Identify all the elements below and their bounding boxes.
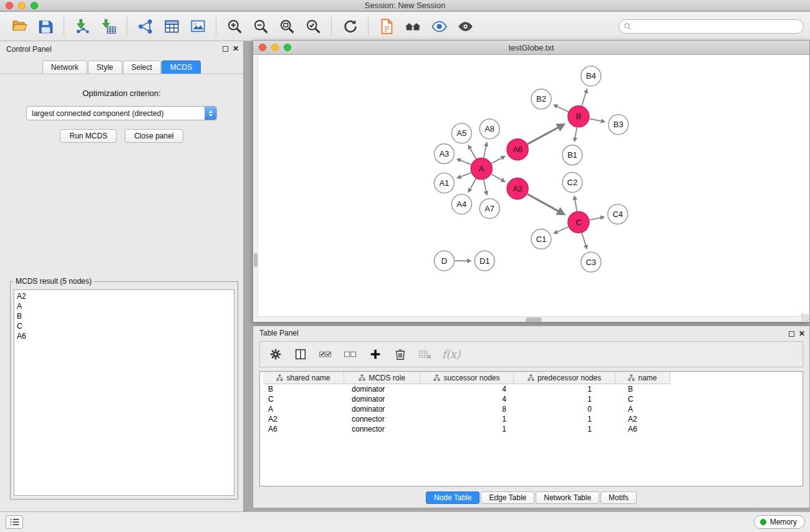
network-node-C4[interactable]: C4 <box>608 204 628 224</box>
close-panel-button[interactable]: Close panel <box>125 129 183 143</box>
table-cell: 8 <box>420 405 514 414</box>
network-node-B1[interactable]: B1 <box>562 145 582 165</box>
mcds-result-list[interactable]: A2ABCA6 <box>14 289 234 496</box>
edge-B-B3 <box>589 118 604 122</box>
network-node-B[interactable]: B <box>568 106 589 127</box>
vertical-scroll-thumb[interactable] <box>254 253 258 267</box>
columns-button[interactable] <box>290 344 311 365</box>
zoom-fit-button[interactable] <box>274 14 300 38</box>
column-header-shared-name[interactable]: shared name <box>263 372 344 384</box>
clear-table-button[interactable] <box>415 344 436 365</box>
table-row[interactable]: Bdominator41B <box>263 384 803 394</box>
optimization-criterion-dropdown[interactable]: largest connected component (directed) <box>26 106 217 120</box>
edge-A-A8 <box>484 143 487 158</box>
eye-button[interactable] <box>452 14 478 38</box>
table-row[interactable]: Cdominator41C <box>263 394 803 404</box>
mcds-result-item: C <box>17 321 231 331</box>
table-cell: 0 <box>514 405 615 414</box>
resize-grip-icon[interactable] <box>801 314 809 321</box>
select-all-button[interactable] <box>315 344 336 365</box>
search-box[interactable] <box>619 19 804 34</box>
tab-edge-table[interactable]: Edge Table <box>481 491 534 504</box>
table-row[interactable]: A2connector11A2 <box>263 414 803 424</box>
search-input[interactable] <box>632 22 803 31</box>
import-network-icon <box>74 18 91 35</box>
save-session-button[interactable] <box>32 14 59 38</box>
table-row[interactable]: A6connector11A6 <box>263 424 803 434</box>
table-float-panel-icon[interactable] <box>789 331 794 337</box>
network-node-A4[interactable]: A4 <box>451 194 471 214</box>
home-button[interactable] <box>400 14 426 38</box>
tab-select[interactable]: Select <box>123 60 161 74</box>
import-network-button[interactable] <box>69 14 95 38</box>
delete-row-button[interactable] <box>390 344 411 365</box>
save-session-icon <box>37 18 54 35</box>
svg-text:A: A <box>479 164 485 173</box>
new-network-button[interactable] <box>132 14 158 38</box>
network-node-D1[interactable]: D1 <box>475 251 494 271</box>
memory-button[interactable]: Memory <box>754 515 805 529</box>
tab-motifs[interactable]: Motifs <box>600 491 637 504</box>
task-history-button[interactable] <box>6 515 23 529</box>
network-node-A3[interactable]: A3 <box>434 144 454 164</box>
network-node-A1[interactable]: A1 <box>434 173 454 193</box>
network-canvas[interactable]: B4B2BB3A5A8A6B1A3AA1C2A2A4A7C4CC1C3DD1 <box>253 56 809 316</box>
tab-node-table[interactable]: Node Table <box>426 491 480 504</box>
network-window-titlebar[interactable]: testGlobe.txt <box>253 41 809 55</box>
import-table-button[interactable] <box>95 14 122 38</box>
network-node-B2[interactable]: B2 <box>531 89 551 109</box>
document-button[interactable] <box>374 14 400 38</box>
style-preview-button[interactable] <box>426 14 452 38</box>
column-header-predecessor-nodes[interactable]: predecessor nodes <box>514 372 615 384</box>
zoom-out-button[interactable] <box>248 14 274 38</box>
network-node-D[interactable]: D <box>434 251 454 271</box>
network-vertical-scrollbar[interactable] <box>253 56 258 316</box>
close-panel-icon[interactable]: ✕ <box>233 44 239 53</box>
column-header-name[interactable]: name <box>615 372 670 384</box>
table-panel: Table Panel ✕ f(x) shared nameMCDS roles… <box>253 326 810 508</box>
network-horizontal-scrollbar[interactable] <box>253 316 809 322</box>
table-row[interactable]: Adominator80A <box>263 404 803 414</box>
tab-network-table[interactable]: Network Table <box>536 491 599 504</box>
new-table-button[interactable] <box>158 14 185 38</box>
network-node-A7[interactable]: A7 <box>480 198 499 218</box>
float-panel-icon[interactable] <box>223 46 228 52</box>
network-node-A8[interactable]: A8 <box>480 119 499 139</box>
network-node-A2[interactable]: A2 <box>507 178 528 200</box>
function-builder-button[interactable]: f(x) <box>442 348 460 360</box>
horizontal-scroll-thumb[interactable] <box>526 317 542 322</box>
table-close-panel-icon[interactable]: ✕ <box>799 329 805 338</box>
edge-A-A1 <box>458 173 471 178</box>
dropdown-stepper-icon[interactable] <box>205 107 216 120</box>
network-node-C3[interactable]: C3 <box>581 252 601 272</box>
tab-style[interactable]: Style <box>88 60 122 74</box>
column-header-successor-nodes[interactable]: successor nodes <box>420 372 514 384</box>
svg-text:B1: B1 <box>567 150 577 160</box>
network-node-A6[interactable]: A6 <box>507 139 528 160</box>
tab-mcds[interactable]: MCDS <box>162 60 201 74</box>
control-panel-title: Control Panel <box>6 45 52 54</box>
network-node-A[interactable]: A <box>471 158 492 180</box>
network-node-C2[interactable]: C2 <box>562 173 582 193</box>
gear-button[interactable] <box>265 344 286 365</box>
refresh-layout-button[interactable] <box>337 14 363 38</box>
network-node-A5[interactable]: A5 <box>451 123 471 143</box>
zoom-in-button[interactable] <box>221 14 248 38</box>
zoom-out-icon <box>253 18 269 35</box>
svg-text:C: C <box>576 218 581 227</box>
network-node-B3[interactable]: B3 <box>609 115 629 135</box>
zoom-selected-button[interactable] <box>300 14 326 38</box>
unselect-all-button[interactable] <box>340 344 361 365</box>
export-image-button[interactable] <box>185 14 211 38</box>
delete-row-icon <box>393 347 407 361</box>
run-mcds-button[interactable]: Run MCDS <box>60 129 117 143</box>
table-cell: 1 <box>514 425 615 433</box>
column-header-MCDS-role[interactable]: MCDS role <box>344 372 420 384</box>
open-file-button[interactable] <box>6 14 32 38</box>
network-node-C1[interactable]: C1 <box>531 229 551 249</box>
network-node-B4[interactable]: B4 <box>581 66 601 86</box>
network-node-C[interactable]: C <box>568 211 589 233</box>
add-row-button[interactable] <box>365 344 386 365</box>
tab-network[interactable]: Network <box>42 60 87 74</box>
export-image-icon <box>190 18 206 35</box>
